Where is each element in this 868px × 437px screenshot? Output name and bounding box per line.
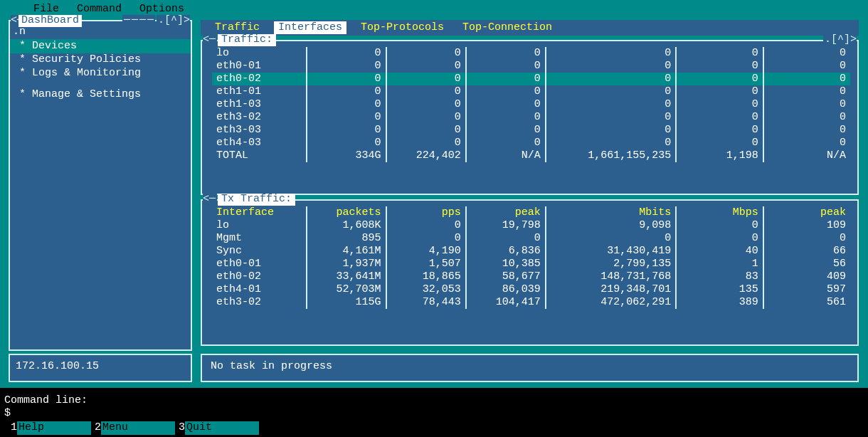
table-row[interactable]: eth4-0152,703M32,05386,039219,348,701135…	[212, 283, 850, 296]
table-row[interactable]: lo1,608K019,7989,0980109	[212, 219, 850, 232]
table-row[interactable]: eth3-02000000	[212, 111, 850, 124]
row-value: 52,703M	[307, 283, 386, 296]
row-value: 1,198	[676, 149, 763, 162]
menu-command[interactable]: Command	[71, 4, 127, 16]
row-value: 0	[466, 98, 546, 111]
row-value: 104,417	[466, 296, 546, 309]
row-value: 224,402	[386, 149, 466, 162]
row-value: 0	[386, 232, 466, 245]
row-label: eth0-01	[212, 60, 307, 73]
frame-right-corner-icon: .[^]>	[823, 34, 857, 46]
table-row[interactable]: eth3-03000000	[212, 124, 850, 137]
table-row[interactable]: lo000000	[212, 47, 850, 60]
table-row[interactable]: eth0-01000000	[212, 60, 850, 73]
table-row[interactable]: eth0-02000000	[212, 73, 850, 85]
row-label: Mgmt	[212, 232, 307, 245]
row-value: 0	[763, 137, 850, 149]
row-value: 0	[307, 60, 386, 73]
row-value: 135	[676, 283, 763, 296]
command-line-prompt[interactable]: $	[4, 408, 88, 421]
row-value: 0	[763, 60, 850, 73]
row-value: 0	[307, 85, 386, 98]
row-value: 148,731,768	[546, 270, 676, 283]
task-box: No task in progress	[201, 354, 859, 382]
row-label: TOTAL	[212, 149, 307, 162]
fkey-2[interactable]: 2Menu	[91, 421, 175, 435]
row-value: 4,190	[386, 245, 466, 258]
table-row[interactable]: eth1-03000000	[212, 98, 850, 111]
table-row[interactable]: Mgmt89500000	[212, 232, 850, 245]
row-value: 0	[466, 73, 546, 85]
sidebar-item-manage-settings[interactable]: * Manage & Settings	[10, 88, 191, 102]
tab-bar: Traffic Interfaces Top-Protocols Top-Con…	[201, 20, 859, 36]
row-value: 19,798	[466, 219, 546, 232]
row-value: 115G	[307, 296, 386, 309]
row-value: 0	[466, 111, 546, 124]
row-value: 0	[546, 98, 676, 111]
row-value: 0	[676, 47, 763, 60]
row-value: 0	[307, 73, 386, 85]
row-value: 1,661,155,235	[546, 149, 676, 162]
fkey-1[interactable]: 1Help	[7, 421, 91, 435]
row-value: N/A	[763, 149, 850, 162]
row-value: 32,053	[386, 283, 466, 296]
row-value: 219,348,701	[546, 283, 676, 296]
sidebar-item-n[interactable]: .n	[10, 26, 191, 39]
row-value: 0	[546, 111, 676, 124]
tab-traffic[interactable]: Traffic	[211, 21, 264, 35]
row-value: 33,641M	[307, 270, 386, 283]
tx-header-peak: peak	[466, 206, 546, 219]
row-value: 0	[546, 47, 676, 60]
tab-interfaces[interactable]: Interfaces	[274, 21, 346, 35]
frame-dash-icon: ────	[122, 15, 155, 27]
table-row[interactable]: eth3-02115G78,443104,417472,062,29138956…	[212, 296, 850, 309]
row-label: eth3-02	[212, 296, 307, 309]
table-row[interactable]: eth1-01000000	[212, 85, 850, 98]
tx-traffic-panel-title: Tx Traffic:	[218, 194, 295, 206]
row-value: 0	[386, 124, 466, 137]
fkey-3[interactable]: 3Quit	[175, 421, 259, 435]
footer-fkeys: 1Help 2Menu 3Quit	[7, 421, 259, 435]
row-value: 9,098	[546, 219, 676, 232]
row-value: 1,937M	[307, 258, 386, 270]
row-value: 4,161M	[307, 245, 386, 258]
sidebar-item-devices[interactable]: * Devices	[10, 39, 191, 54]
row-value: 2,799,135	[546, 258, 676, 270]
table-row[interactable]: TOTAL334G224,402N/A1,661,155,2351,198N/A	[212, 149, 850, 162]
tab-top-protocols[interactable]: Top-Protocols	[356, 21, 448, 35]
row-value: 0	[307, 47, 386, 60]
row-value: 895	[307, 232, 386, 245]
row-value: 0	[466, 47, 546, 60]
row-value: 0	[763, 111, 850, 124]
ip-value: 172.16.100.15	[16, 360, 99, 372]
row-value: 0	[763, 124, 850, 137]
main-area: Traffic Interfaces Top-Protocols Top-Con…	[201, 20, 859, 383]
frame-left-angle-icon: <─	[203, 194, 217, 206]
row-label: lo	[212, 47, 307, 60]
sidebar-item-security-policies[interactable]: * Security Policies	[10, 53, 191, 67]
table-row[interactable]: eth4-03000000	[212, 137, 850, 149]
table-row[interactable]: Sync4,161M4,1906,83631,430,4194066	[212, 245, 850, 258]
table-row[interactable]: eth0-011,937M1,50710,3852,799,135156	[212, 258, 850, 270]
row-label: eth1-03	[212, 98, 307, 111]
row-value: 1	[676, 258, 763, 270]
tab-top-connection[interactable]: Top-Connection	[458, 21, 556, 35]
row-value: 0	[546, 60, 676, 73]
row-value: 6,836	[466, 245, 546, 258]
row-value: 0	[763, 85, 850, 98]
row-label: eth3-03	[212, 124, 307, 137]
row-value: 0	[676, 111, 763, 124]
row-value: 66	[763, 245, 850, 258]
row-value: 31,430,419	[546, 245, 676, 258]
row-value: N/A	[466, 149, 546, 162]
table-row[interactable]: eth0-0233,641M18,86558,677148,731,768834…	[212, 270, 850, 283]
command-line-label: Command line:	[4, 395, 88, 408]
row-value: 0	[386, 73, 466, 85]
row-value: 0	[466, 137, 546, 149]
frame-right-corner-icon: .[^]>	[157, 15, 190, 27]
row-value: 0	[676, 60, 763, 73]
row-value: 0	[386, 219, 466, 232]
sidebar-item-logs-monitoring[interactable]: * Logs & Monitoring	[10, 67, 191, 80]
row-value: 40	[676, 245, 763, 258]
row-value: 18,865	[386, 270, 466, 283]
